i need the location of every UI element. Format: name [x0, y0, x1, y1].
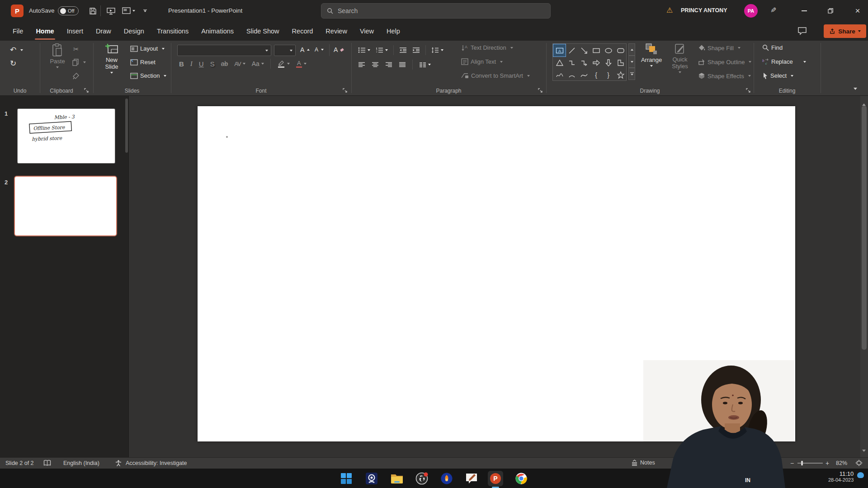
bold-button[interactable]: B — [179, 60, 184, 68]
align-left-button[interactable] — [358, 62, 365, 68]
tab-file[interactable]: File — [6, 22, 29, 41]
shape-arrow[interactable] — [578, 44, 590, 56]
gallery-more-button[interactable] — [628, 68, 635, 80]
slide-indicator[interactable]: Slide 2 of 2 — [5, 460, 34, 466]
text-shadow-button[interactable]: S — [210, 60, 215, 68]
tab-record[interactable]: Record — [286, 22, 320, 41]
shape-rectangle[interactable] — [590, 44, 602, 56]
replace-button[interactable]: b c Replace — [762, 58, 806, 65]
columns-button[interactable] — [419, 62, 431, 68]
shape-arc[interactable] — [566, 69, 578, 81]
taskbar-start-button[interactable] — [339, 471, 354, 486]
tab-home[interactable]: Home — [29, 22, 60, 41]
slide-1-thumbnail[interactable]: Mble - 3 Offline Store hybrid store — [17, 108, 115, 164]
comments-button[interactable] — [797, 27, 807, 35]
paragraph-dialog-launcher[interactable] — [538, 88, 543, 93]
shape-line[interactable] — [566, 44, 578, 56]
align-right-button[interactable] — [385, 62, 392, 68]
taskbar-powerpoint-button[interactable]: P — [488, 471, 503, 486]
shape-outline-button[interactable]: Shape Outline — [698, 58, 751, 66]
font-name-combo[interactable] — [177, 45, 271, 56]
redo-button[interactable]: ↻ — [10, 59, 16, 68]
autosave-toggle[interactable]: Off — [58, 6, 79, 15]
zoom-in-button[interactable]: + — [826, 460, 829, 467]
shape-triangle[interactable] — [553, 56, 566, 69]
font-dialog-launcher[interactable] — [343, 88, 348, 93]
share-button[interactable]: Share — [824, 24, 866, 38]
view-options-button[interactable] — [119, 5, 137, 17]
layout-button[interactable]: Layout — [130, 45, 165, 52]
decrease-indent-button[interactable] — [399, 47, 407, 53]
shape-left-brace[interactable]: { — [590, 69, 602, 81]
justify-button[interactable] — [399, 62, 406, 68]
taskbar-whiteboard-app-button[interactable] — [464, 471, 479, 486]
minimize-button[interactable] — [795, 0, 814, 22]
shape-oval[interactable] — [602, 44, 614, 56]
shape-fill-button[interactable]: Shape Fill — [698, 44, 741, 52]
align-text-button[interactable]: Align Text — [461, 58, 503, 65]
zoom-level[interactable]: 82% — [836, 460, 847, 466]
start-slideshow-button[interactable] — [105, 5, 117, 17]
panel-scrollbar[interactable] — [125, 99, 128, 153]
shape-right-brace[interactable]: } — [602, 69, 614, 81]
text-direction-button[interactable]: A Text Direction — [461, 44, 513, 51]
search-input[interactable] — [338, 7, 528, 14]
gallery-scroll-down-button[interactable] — [628, 56, 635, 68]
increase-indent-button[interactable] — [412, 47, 420, 53]
close-button[interactable]: × — [848, 0, 867, 22]
bullets-button[interactable] — [358, 47, 370, 53]
taskbar-chrome-button[interactable] — [514, 471, 529, 486]
scroll-down-button[interactable] — [862, 446, 866, 454]
search-box[interactable] — [321, 3, 551, 19]
shape-curve[interactable] — [578, 69, 590, 81]
taskbar-obs-studio-button[interactable] — [414, 471, 429, 486]
shape-elbow-connector[interactable] — [566, 56, 578, 69]
tab-transitions[interactable]: Transitions — [151, 22, 195, 41]
arrange-button[interactable]: Arrange — [638, 43, 665, 67]
paste-button[interactable]: Paste — [45, 43, 70, 68]
shape-textbox[interactable]: A — [553, 44, 566, 56]
spell-check-icon[interactable] — [43, 460, 51, 466]
shape-effects-button[interactable]: Shape Effects — [698, 72, 751, 80]
taskbar-media-app-button[interactable] — [439, 471, 454, 486]
tab-view[interactable]: View — [354, 22, 380, 41]
font-color-button[interactable]: A — [296, 60, 307, 68]
maximize-button[interactable] — [821, 0, 840, 22]
taskbar-clock[interactable]: 11:10 28-04-2023 — [828, 470, 854, 483]
shape-freeform[interactable] — [614, 56, 627, 69]
undo-button[interactable]: ↶ — [10, 45, 23, 55]
tab-help[interactable]: Help — [380, 22, 406, 41]
tab-animations[interactable]: Animations — [195, 22, 240, 41]
reset-button[interactable]: Reset — [130, 59, 156, 66]
cut-button[interactable]: ✂ — [73, 45, 79, 53]
user-name[interactable]: PRINCY ANTONY — [681, 7, 727, 14]
pen-tools-icon[interactable]: ✎ — [770, 6, 776, 14]
font-size-combo[interactable] — [274, 45, 296, 56]
tab-insert[interactable]: Insert — [61, 22, 90, 41]
shape-elbow-arrow-connector[interactable] — [578, 56, 590, 69]
warning-icon[interactable]: ⚠ — [666, 6, 673, 14]
zoom-slider-track[interactable] — [797, 463, 823, 464]
taskbar-file-explorer-button[interactable] — [389, 471, 405, 486]
fit-slide-to-window-button[interactable] — [855, 460, 863, 466]
clear-formatting-button[interactable]: A — [334, 46, 344, 53]
quick-styles-button[interactable]: Quick Styles — [667, 43, 693, 73]
avatar[interactable]: PA — [744, 4, 758, 18]
shape-scribble[interactable] — [553, 69, 566, 81]
line-spacing-button[interactable] — [431, 47, 443, 53]
highlight-color-button[interactable] — [277, 60, 290, 68]
drawing-dialog-launcher[interactable] — [746, 88, 751, 93]
align-center-button[interactable] — [372, 62, 379, 68]
vertical-scrollbar[interactable] — [860, 96, 868, 457]
tab-draw[interactable]: Draw — [90, 22, 118, 41]
convert-to-smartart-button[interactable]: Convert to SmartArt — [461, 72, 530, 79]
accessibility-icon[interactable] — [115, 460, 122, 467]
scrollbar-thumb[interactable] — [862, 106, 867, 350]
taskbar-camera-app-button[interactable] — [364, 471, 379, 486]
tab-slide-show[interactable]: Slide Show — [240, 22, 286, 41]
customize-qat-button[interactable] — [139, 5, 151, 17]
zoom-slider-thumb[interactable] — [801, 461, 803, 465]
taskbar-language-indicator[interactable]: IN — [745, 477, 750, 483]
shape-rounded-rectangle[interactable] — [614, 44, 627, 56]
italic-button[interactable]: I — [190, 60, 193, 68]
